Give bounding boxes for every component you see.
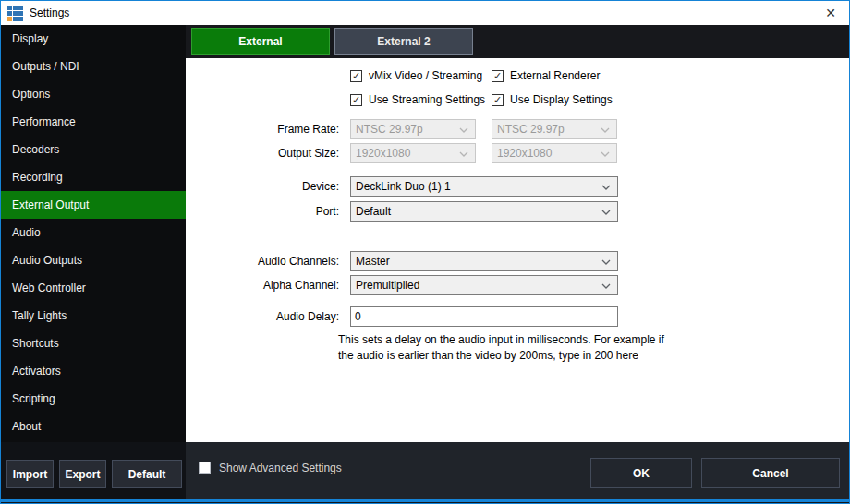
external-renderer-label: External Renderer [510,69,600,82]
sidebar-item-recording[interactable]: Recording [1,163,186,191]
tab-external-2[interactable]: External 2 [334,28,473,55]
footer-bar: Show Advanced Settings OK Cancel [186,442,849,499]
sidebar-item-activators[interactable]: Activators [1,357,186,385]
audio-channels-dropdown[interactable]: Master [350,251,618,271]
sidebar-item-outputs-ndi[interactable]: Outputs / NDI [1,53,186,80]
checkbox-checked-icon: ✓ [492,70,504,82]
chevron-down-icon [459,151,468,157]
checkbox-checked-icon: ✓ [350,70,362,82]
output-size-dropdown-right: 1920x1080 [492,143,617,163]
audio-delay-input[interactable] [350,306,618,327]
external-renderer-checkbox[interactable]: ✓ External Renderer [492,69,600,82]
cancel-button[interactable]: Cancel [701,458,840,488]
show-advanced-settings-checkbox[interactable] [199,462,211,474]
use-streaming-settings-label: Use Streaming Settings [369,93,485,106]
sidebar: Display Outputs / NDI Options Performanc… [1,25,186,442]
output-size-label: Output Size: [186,147,339,160]
alpha-channel-label: Alpha Channel: [186,279,339,292]
sidebar-item-audio-outputs[interactable]: Audio Outputs [1,246,186,274]
import-button[interactable]: Import [6,460,54,488]
sidebar-item-decoders[interactable]: Decoders [1,136,186,163]
frame-rate-label: Frame Rate: [186,123,339,136]
sidebar-footer: Import Export Default [1,442,186,504]
frame-rate-dropdown-left: NTSC 29.97p [350,119,476,139]
titlebar: Settings ✕ [1,1,849,25]
sidebar-item-tally-lights[interactable]: Tally Lights [1,302,186,330]
tab-strip: External External 2 [186,25,849,58]
checkbox-checked-icon: ✓ [350,94,362,106]
vmix-video-streaming-label: vMix Video / Streaming [369,69,482,82]
default-button[interactable]: Default [112,460,182,488]
alpha-channel-dropdown[interactable]: Premultiplied [350,275,618,295]
close-icon[interactable]: ✕ [816,1,845,25]
audio-channels-label: Audio Channels: [186,255,339,268]
tab-external[interactable]: External [191,28,330,55]
chevron-down-icon [601,283,611,289]
sidebar-item-performance[interactable]: Performance [1,108,186,136]
chevron-down-icon [601,210,611,215]
sidebar-item-external-output[interactable]: External Output [1,191,186,219]
chevron-down-icon [601,127,610,133]
audio-delay-label: Audio Delay: [186,310,339,323]
sidebar-item-display[interactable]: Display [1,25,186,53]
sidebar-item-options[interactable]: Options [1,80,186,108]
ok-button[interactable]: OK [590,458,692,488]
external-output-panel: ✓ vMix Video / Streaming ✓ External Rend… [186,58,849,442]
settings-window: Settings ✕ Display Outputs / NDI Options… [0,0,850,504]
port-label: Port: [186,205,339,218]
sidebar-item-web-controller[interactable]: Web Controller [1,274,186,302]
export-button[interactable]: Export [59,460,106,488]
vmix-logo-icon [7,6,23,21]
device-label: Device: [186,180,339,193]
audio-delay-help-text: This sets a delay on the audio input in … [338,332,671,364]
sidebar-item-audio[interactable]: Audio [1,219,186,246]
sidebar-item-about[interactable]: About [1,413,186,440]
sidebar-item-scripting[interactable]: Scripting [1,385,186,413]
output-size-dropdown-left: 1920x1080 [350,143,476,163]
chevron-down-icon [601,151,610,157]
window-title: Settings [30,6,69,19]
use-display-settings-label: Use Display Settings [510,93,613,106]
port-dropdown[interactable]: Default [350,201,618,222]
frame-rate-dropdown-right: NTSC 29.97p [492,119,617,139]
chevron-down-icon [601,259,611,265]
checkbox-checked-icon: ✓ [492,94,504,106]
use-display-settings-checkbox[interactable]: ✓ Use Display Settings [492,93,613,106]
vmix-video-streaming-checkbox[interactable]: ✓ vMix Video / Streaming [350,69,482,82]
use-streaming-settings-checkbox[interactable]: ✓ Use Streaming Settings [350,93,485,106]
show-advanced-settings-label: Show Advanced Settings [219,462,342,474]
chevron-down-icon [601,185,611,190]
chevron-down-icon [459,127,468,133]
device-dropdown[interactable]: DeckLink Duo (1) 1 [350,176,618,197]
sidebar-item-shortcuts[interactable]: Shortcuts [1,330,186,357]
